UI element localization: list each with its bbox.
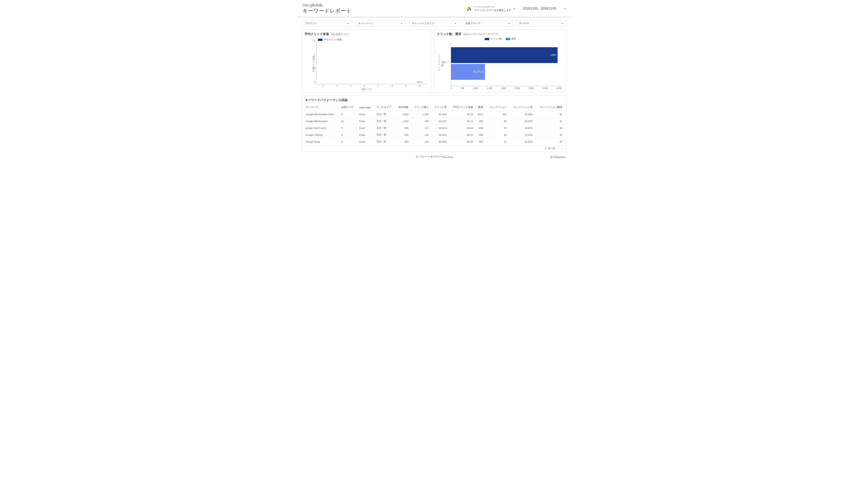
table-cell: ¥323 [475,111,485,118]
chart1-ytick: 1 [309,53,315,55]
table-cell: Google Swag [304,138,339,145]
table-cell: Google Merchandise [304,118,339,125]
table-header[interactable]: クリック数▼ [410,104,431,111]
table-cell: 559 [395,125,410,132]
table-header[interactable]: 表示回数 [395,104,410,111]
google-ads-logo: GoogleAds [303,3,467,8]
date-range-text: 2019/11/01 - 2019/11/30 [523,7,556,10]
data-source-picker[interactable]: デフォルトのデータ クリックしてデータを選択します ▼ [467,5,515,12]
table-cell: 21 [485,138,508,145]
chart1-xtick: 5 [344,85,358,87]
chart1-xtick: 9 [399,85,413,87]
table-cell: 34.12% [431,118,448,125]
chart1-ytick: 1.5 [309,39,315,41]
chart1-yaxis-label: 平均クリック単価 [312,56,315,73]
table-cell: 18.54% [508,118,535,125]
table-cell: ¥69 [475,132,485,138]
chart1-plot-area: 平均クリック単価 平均クリック単価 ¥1.3¥0.93¥0.95¥0.96¥0.… [305,37,429,91]
filter-adgroup[interactable]: 広告グループ▼ [463,20,513,27]
chart1-title: 平均クリック単価 [305,32,329,36]
table-cell: ¥0.18 [448,111,475,118]
table-title: キーワードパフォーマンス詳細 [304,98,564,104]
table-cell: Exact [357,132,374,138]
table-cell: ¥1 [534,118,564,125]
table-cell: 39.63% [431,132,448,138]
legend-swatch [506,38,510,40]
svg-point-0 [467,9,469,11]
sort-desc-icon: ▼ [427,107,429,108]
table-cell: 8 [339,125,357,132]
keyword-table: キーワード品質スコアmatch typeマッチタイプ表示回数クリック数▼クリック… [304,104,564,145]
pager-next-button[interactable]: › [561,147,562,150]
footer: テンプレートギャラリーはこちら in-house+ [297,153,571,161]
table-cell: ¥2 [534,132,564,138]
table-cell: Exact [357,118,374,125]
logo-title-block: GoogleAds キーワードレポート [303,3,467,15]
pager-text: 1 - 68 / 68 [545,147,555,150]
filter-account[interactable]: アカウント▼ [302,20,352,27]
legend-label: クリック数 [490,37,502,40]
filter-campaign[interactable]: キャンペーン▼ [355,20,406,27]
filter-campaign-type[interactable]: キャンペーンタイプ▼ [409,20,459,27]
caret-down-icon: ▼ [508,23,510,25]
table-cell: ¥1 [534,111,564,118]
table-cell: ¥0.32 [448,132,475,138]
table-cell: 29 [485,132,508,138]
chart1-xtick: 6 [358,85,372,87]
footer-link[interactable]: こちら [445,155,453,158]
table-header[interactable]: 費用 [475,104,485,111]
filter-device[interactable]: デバイス▼ [516,20,566,27]
chart1-ytick: 0 [309,81,315,83]
table-cell: 465 [410,118,431,125]
header: GoogleAds キーワードレポート デフォルトのデータ クリックしてデータを… [297,0,571,18]
table-cell: 完全一致 [375,138,395,145]
chart-clicks-cost-by-match: クリック数、費用（by キーワードのマッチタイプ） クリック数 費用 マッチタイ… [434,30,566,92]
table-header[interactable]: コンバージョン [485,104,508,111]
table-header[interactable]: 品質スコア [339,104,357,111]
table-header[interactable]: match type [357,104,374,111]
chart1-subtitle: （by 品質スコア） [330,33,350,36]
table-row: google merch store8Exact完全一致55921738.82%… [304,125,564,132]
table-cell: ¥3 [534,138,564,145]
chart1-ytick: 0.5 [309,67,315,69]
date-range-picker[interactable]: 2019/11/01 - 2019/11/30 ▼ [523,7,565,10]
google-ads-icon [467,6,472,11]
table-cell: 完全一致 [375,118,395,125]
table-cell: 86 [485,118,508,125]
chart2-bar: 3,853 [451,47,558,63]
caret-down-icon: ▼ [455,23,456,25]
keyword-table-card: キーワードパフォーマンス詳細 キーワード品質スコアmatch typeマッチタイ… [302,95,566,152]
table-row: Google Merchandise10Exact完全一致1,36346534.… [304,118,564,125]
table-cell: 完全一致 [375,111,395,118]
table-header[interactable]: コンバージョン/費用 [534,104,564,111]
page-title: キーワードレポート [303,7,467,15]
chart2-xtick: 1,500 [487,87,492,89]
table-cell: 13.58% [508,132,535,138]
table-cell: 完全一致 [375,125,395,132]
caret-down-icon: ▼ [347,23,349,25]
caret-down-icon: ▼ [564,8,566,10]
legend-label: 平均クリック単価 [323,38,342,41]
table-header[interactable]: キーワード [304,104,339,111]
caret-down-icon: ▼ [562,23,564,25]
chart1-legend: 平均クリック単価 [318,38,342,41]
table-cell: Exact [357,138,374,145]
pager-prev-button[interactable]: ‹ [558,147,559,150]
table-cell: ¥0.13 [448,118,475,125]
table-cell: ¥0.43 [448,125,475,132]
chart2-xtick: 0 [451,87,452,89]
chart2-xtick: 500 [461,87,464,89]
table-header[interactable]: 平均クリック単価 [448,104,475,111]
table-cell: 8 [339,138,357,145]
table-cell: 16.87% [508,125,535,132]
table-cell: 41.96% [431,111,448,118]
caret-down-icon: ▼ [514,8,515,10]
chart2-yaxis-label: マッチタイプ [437,57,441,71]
table-cell: Google Merchandise Store [304,111,339,118]
table-header[interactable]: クリック率 [431,104,448,111]
legend-swatch [485,38,489,40]
table-header[interactable]: コンバージョン率 [508,104,535,111]
chart2-title: クリック数、費用 [437,32,461,36]
filter-label: デバイス [519,22,529,25]
table-header[interactable]: マッチタイプ [375,104,395,111]
